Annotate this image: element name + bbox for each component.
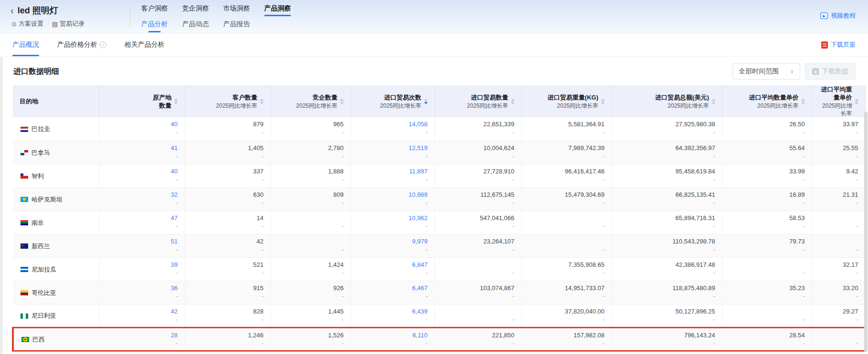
- column-header-customers[interactable]: 客户数量2025同比增长率: [185, 85, 270, 117]
- cell-value: 42: [192, 237, 264, 246]
- growth-rate-value: -: [819, 316, 858, 324]
- table-row-new-zealand[interactable]: 新西兰51-42--9,979-23,264,107--110,543,298.…: [13, 234, 865, 257]
- trade-count-link[interactable]: 9,979: [358, 237, 428, 246]
- cell-trade-weight: -: [521, 234, 611, 257]
- time-range-select[interactable]: 全部时间范围 ∨: [733, 63, 800, 80]
- table-row-nicaragua[interactable]: 尼加拉瓜39-521-1,424-6,847--7,355,908.65-42,…: [13, 257, 865, 281]
- origin-link[interactable]: 28: [106, 331, 178, 340]
- growth-rate-value: -: [442, 199, 515, 207]
- growth-rate-value: -: [819, 223, 858, 231]
- trade-count-link[interactable]: 6,467: [358, 283, 428, 293]
- cell-value: 112,675,145: [442, 190, 515, 199]
- table-row-south-africa[interactable]: 南非47-14--10,962-547,041,066--65,894,716.…: [13, 211, 865, 234]
- growth-rate-value: -: [278, 199, 344, 207]
- cell-avg-weight-price: 21.31-: [812, 187, 865, 211]
- tab-product-price-analysis[interactable]: 产品价格分析i: [57, 33, 106, 56]
- cell-avg-weight-price: 33.97-: [812, 117, 865, 141]
- cell-value: 547,041,066: [442, 213, 515, 223]
- growth-rate-value: -: [528, 199, 605, 207]
- tab-product-overview[interactable]: 产品概况: [12, 33, 39, 56]
- left-scrollbar[interactable]: [0, 57, 3, 354]
- cell-value: 221,850: [442, 331, 515, 340]
- destination-cell: 巴拿马: [13, 141, 99, 164]
- cell-trade-qty: 103,074,867-: [434, 281, 521, 304]
- origin-link[interactable]: 39: [106, 260, 178, 269]
- cell-trade-count: 6,847-: [351, 257, 434, 281]
- trade-count-link[interactable]: 14,058: [358, 120, 428, 129]
- nav-tab-product-insight[interactable]: 产品洞察: [264, 4, 291, 16]
- table-row-colombia[interactable]: 哥伦比亚36-915-926-6,467-103,074,867-14,951,…: [13, 281, 865, 304]
- video-tutorial-link[interactable]: ▶ 视频教程: [820, 11, 856, 20]
- column-header-trade-value[interactable]: 进口贸易总额(美元)2025同比增长率: [611, 85, 722, 117]
- origin-link[interactable]: 51: [106, 237, 178, 246]
- cell-value: 1,888: [278, 167, 344, 176]
- cell-trade-count: 6,110-: [351, 327, 434, 351]
- column-header-trade-weight[interactable]: 进口贸易重量(KG)2025同比增长率: [521, 85, 611, 117]
- growth-rate-value: -: [619, 176, 715, 184]
- origin-link[interactable]: 47: [106, 213, 178, 223]
- column-header-origin[interactable]: 原产地数量: [99, 85, 185, 117]
- tab-label: 产品价格分析: [57, 40, 97, 49]
- table-row-chile[interactable]: 智利40-337-1,888-11,897-27,728,910-96,416,…: [13, 164, 865, 187]
- nav-tab-customer-insight[interactable]: 客户洞察: [141, 4, 168, 16]
- cell-value: [819, 331, 858, 340]
- country-name: 智利: [31, 172, 44, 181]
- cell-value: 118,875,480.89: [619, 283, 715, 293]
- subnav-tab-product-analysis[interactable]: 产品分析: [141, 20, 168, 32]
- table-row-brazil[interactable]: 巴西28-1,246-1,526-6,110-221,850-157,982.0…: [13, 327, 865, 351]
- download-page-link[interactable]: 下载页面: [821, 40, 856, 49]
- cell-trade-qty: 112,675,145-: [434, 187, 521, 211]
- origin-link[interactable]: 40: [106, 120, 178, 129]
- info-icon[interactable]: i: [100, 41, 106, 48]
- subnav-tab-product-dynamics[interactable]: 产品动态: [182, 20, 209, 32]
- column-header-competitors[interactable]: 竞企数量2025同比增长率: [270, 85, 351, 117]
- trade-count-link[interactable]: 6,110: [358, 331, 428, 340]
- cell-trade-weight: 157,982.08-: [521, 327, 611, 351]
- growth-rate-value: -: [358, 340, 428, 348]
- trade-count-link[interactable]: 10,989: [358, 190, 428, 199]
- trade-count-link[interactable]: 11,897: [358, 167, 428, 176]
- cell-value: [442, 307, 515, 316]
- cell-trade-weight: 7,355,908.65-: [521, 257, 611, 281]
- table-row-panama[interactable]: 巴拿马41-1,405-2,780-12,519-10,004,624-7,98…: [13, 141, 865, 164]
- origin-link[interactable]: 41: [106, 143, 178, 152]
- subnav-tab-product-report[interactable]: 产品报告: [223, 20, 250, 32]
- trade-records-button[interactable]: ▤ 贸易记录: [52, 20, 84, 28]
- cell-customers: 337-: [185, 164, 270, 187]
- tab-related-product-analysis[interactable]: 相关产品分析: [124, 33, 165, 56]
- growth-rate-value: -: [358, 129, 428, 137]
- table-row-nigeria[interactable]: 尼日利亚42-828-1,445-6,439--37,820,040.00-50…: [13, 304, 865, 327]
- trade-count-link[interactable]: 10,962: [358, 213, 428, 223]
- back-button[interactable]: ‹: [10, 6, 14, 15]
- cell-avg-qty-price: 33.99-: [722, 164, 812, 187]
- trade-count-link[interactable]: 6,847: [358, 260, 428, 269]
- origin-link[interactable]: 42: [106, 307, 178, 316]
- column-header-avg-weight-price[interactable]: 进口平均重量单价2025同比增长率: [812, 85, 865, 117]
- growth-rate-value: -: [106, 246, 178, 254]
- growth-rate-value: -: [106, 340, 178, 348]
- origin-link[interactable]: 32: [106, 190, 178, 199]
- table-row-kazakhstan[interactable]: 哈萨克斯坦32-630-809-10,989-112,675,145-15,47…: [13, 187, 865, 211]
- column-header-trade-count[interactable]: 进口贸易次数2025同比增长率: [351, 85, 434, 117]
- origin-link[interactable]: 36: [106, 283, 178, 293]
- scheme-settings-button[interactable]: ⊙ 方案设置: [11, 20, 43, 28]
- vertical-scrollbar[interactable]: [864, 111, 868, 352]
- sort-carets-icon: [855, 99, 858, 104]
- growth-rate-value: -: [729, 199, 805, 207]
- column-header-avg-qty-price[interactable]: 进口平均数量单价2025同比增长率: [722, 85, 812, 117]
- table-row-paraguay[interactable]: 巴拉圭40-879-965-14,058-22,651,339-5,581,36…: [13, 117, 865, 141]
- nav-tab-competitor-insight[interactable]: 竞企洞察: [182, 4, 209, 16]
- trade-count-link[interactable]: 12,519: [358, 143, 428, 152]
- growth-rate-value: -: [442, 129, 515, 137]
- column-header-trade-qty[interactable]: 进口贸易数量2025同比增长率: [434, 85, 521, 117]
- download-data-button[interactable]: 下载数据: [805, 63, 856, 80]
- growth-rate-value: -: [106, 199, 178, 207]
- trade-count-link[interactable]: 6,439: [358, 307, 428, 316]
- cell-avg-qty-price: 28.54-: [722, 327, 812, 351]
- cell-value: 58.53: [729, 213, 805, 223]
- growth-rate-value: -: [442, 152, 515, 161]
- cell-trade-count: 9,979-: [351, 234, 434, 257]
- origin-link[interactable]: 40: [106, 167, 178, 176]
- nav-tab-market-insight[interactable]: 市场洞察: [223, 4, 250, 16]
- sort-carets-icon: [801, 99, 805, 104]
